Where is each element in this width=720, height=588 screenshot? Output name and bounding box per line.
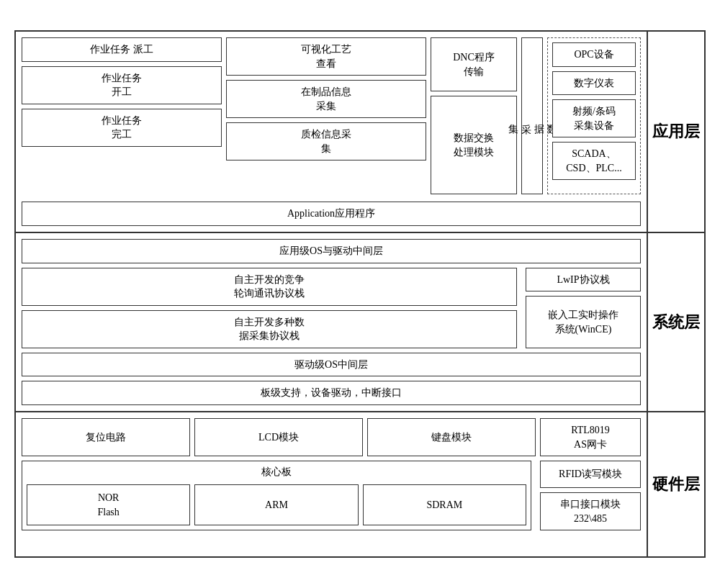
sdram-box: SDRAM [363, 484, 526, 525]
board-support-bar: 板级支持，设备驱动，中断接口 [22, 381, 641, 405]
scada-box: SCADA、CSD、PLC... [552, 142, 636, 180]
core-board: 核心板 NORFlash ARM SDRAM [22, 461, 531, 530]
keyboard-module-box: 键盘模块 [367, 418, 536, 456]
dnc-transfer-box: DNC程序传输 [431, 37, 517, 91]
core-board-label: 核心板 [27, 466, 526, 479]
data-collect-protocol-box: 自主开发多种数据采集协议栈 [22, 310, 517, 348]
rtl8019-box: RTL8019AS网卡 [540, 418, 641, 456]
task-start-box: 作业任务开工 [22, 66, 222, 104]
hw-layer-label: 硬件层 [647, 412, 704, 556]
lwip-box: LwIP协议栈 [526, 268, 641, 292]
sys-protocol-section: 自主开发的竞争轮询通讯协议栈 自主开发多种数据采集协议栈 [22, 268, 517, 348]
hw-top-row: 复位电路 LCD模块 键盘模块 RTL8019AS网卡 [22, 418, 641, 456]
process-view-box: 可视化工艺查看 [226, 37, 426, 76]
task-complete-box: 作业任务完工 [22, 109, 222, 147]
app-layer-label: 应用层 [647, 32, 704, 232]
application-layer: 作业任务 派工 作业任务开工 作业任务完工 可视化工艺查看 在制品信息采集 质检… [16, 32, 704, 233]
app-col1: 作业任务 派工 作业任务开工 作业任务完工 [22, 37, 222, 161]
architecture-diagram: 作业任务 派工 作业任务开工 作业任务完工 可视化工艺查看 在制品信息采集 质检… [14, 30, 706, 558]
data-exchange-box: 数据交换处理模块 [431, 96, 517, 194]
hw-layer-content: 复位电路 LCD模块 键盘模块 RTL8019AS网卡 核心板 NORFlash… [16, 412, 647, 556]
arm-box: ARM [194, 484, 358, 525]
competitive-protocol-box: 自主开发的竞争轮询通讯协议栈 [22, 268, 517, 306]
hw-right-section: RFID读写模块 串口接口模块232\485 [540, 461, 641, 530]
quality-collect-box: 质检信息采集 [226, 122, 426, 160]
system-layer: 应用级OS与驱动中间层 自主开发的竞争轮询通讯协议栈 自主开发多种数据采集协议栈… [16, 233, 704, 412]
wince-box: 嵌入工实时操作系统(WinCE) [526, 296, 641, 348]
app-os-bar: 应用级OS与驱动中间层 [22, 239, 641, 263]
sys-layer-label: 系统层 [647, 233, 704, 411]
app-left-section: 作业任务 派工 作业任务开工 作业任务完工 可视化工艺查看 在制品信息采集 质检… [22, 37, 426, 194]
reset-circuit-box: 复位电路 [22, 418, 190, 456]
app-col2: 可视化工艺查看 在制品信息采集 质检信息采集 [226, 37, 426, 161]
app-middle-section: DNC程序传输 数据交换处理模块 [431, 37, 517, 194]
rfid-module-box: RFID读写模块 [540, 461, 641, 488]
application-bar: Application应用程序 [22, 202, 641, 226]
hardware-layer: 复位电路 LCD模块 键盘模块 RTL8019AS网卡 核心板 NORFlash… [16, 412, 704, 556]
app-layer-content: 作业任务 派工 作业任务开工 作业任务完工 可视化工艺查看 在制品信息采集 质检… [16, 32, 647, 232]
app-main-section: 作业任务 派工 作业任务开工 作业任务完工 可视化工艺查看 在制品信息采集 质检… [22, 37, 641, 194]
sys-layer-content: 应用级OS与驱动中间层 自主开发的竞争轮询通讯协议栈 自主开发多种数据采集协议栈… [16, 233, 647, 411]
serial-interface-box: 串口接口模块232\485 [540, 492, 641, 530]
lcd-module-box: LCD模块 [194, 418, 363, 456]
wip-collect-box: 在制品信息采集 [226, 80, 426, 118]
task-dispatch-box: 作业任务 派工 [22, 37, 222, 62]
app-right-section: 数据采集 OPC设备 数字仪表 射频/条码采集设备 SCADA、CSD、PLC.… [521, 37, 641, 194]
rfid-collect-box: 射频/条码采集设备 [552, 99, 636, 137]
app-right-devices: OPC设备 数字仪表 射频/条码采集设备 SCADA、CSD、PLC... [547, 37, 641, 194]
data-collect-label: 数据采集 [521, 37, 543, 194]
core-board-inner: NORFlash ARM SDRAM [27, 484, 526, 525]
driver-os-bar: 驱动级OS中间层 [22, 353, 641, 377]
app-top-row: 作业任务 派工 作业任务开工 作业任务完工 可视化工艺查看 在制品信息采集 质检… [22, 37, 426, 161]
nor-flash-box: NORFlash [27, 484, 190, 525]
opc-device-box: OPC设备 [552, 42, 636, 67]
sys-middle-row: 自主开发的竞争轮询通讯协议栈 自主开发多种数据采集协议栈 LwIP协议栈 嵌入工… [22, 268, 641, 348]
digital-meter-box: 数字仪表 [552, 71, 636, 96]
sys-right-section: LwIP协议栈 嵌入工实时操作系统(WinCE) [526, 268, 641, 348]
hw-bottom-row: 核心板 NORFlash ARM SDRAM RFID读写模块 串口接口模块23… [22, 461, 641, 530]
